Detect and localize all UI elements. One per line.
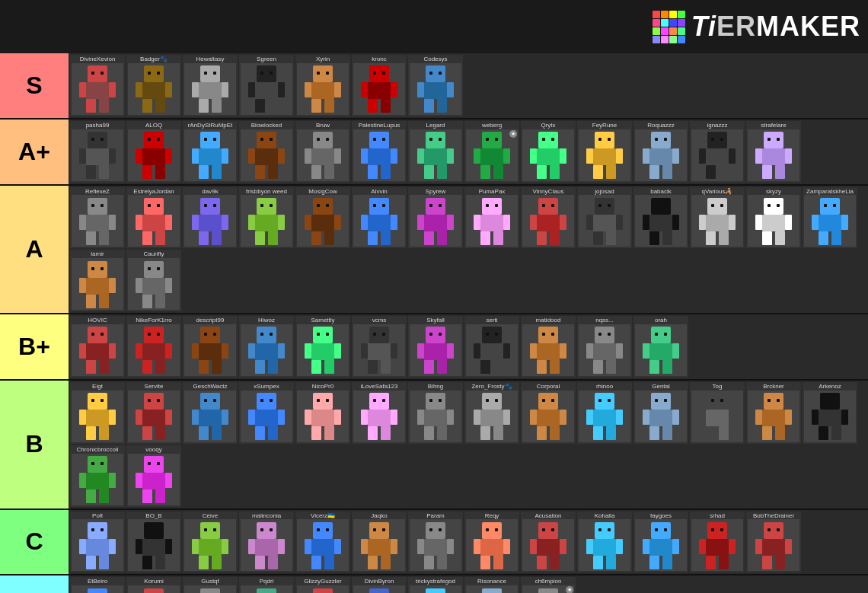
list-item[interactable]: NicoPr0: [295, 382, 350, 444]
list-item[interactable]: Korumi: [126, 577, 181, 593]
list-item[interactable]: FeyRune: [577, 121, 632, 183]
list-item[interactable]: BobTheDrainer: [746, 512, 801, 573]
list-item[interactable]: vcms: [352, 316, 407, 378]
list-item[interactable]: Codesys: [408, 55, 463, 116]
player-skin: [297, 63, 349, 115]
svg-rect-432: [482, 393, 502, 410]
list-item[interactable]: EstrelyaJordan: [126, 187, 181, 249]
svg-rect-318: [260, 333, 263, 336]
svg-rect-122: [530, 148, 537, 164]
list-item[interactable]: srhad: [690, 512, 745, 573]
player-skin: [184, 63, 236, 115]
list-item[interactable]: Qrytx: [521, 121, 576, 183]
list-item[interactable]: Alvvin: [352, 187, 407, 249]
list-item[interactable]: Tog: [690, 382, 745, 444]
list-item[interactable]: pasha99: [70, 121, 125, 183]
list-item[interactable]: xSumpex: [239, 382, 294, 444]
svg-rect-102: [373, 138, 376, 141]
list-item[interactable]: Reqy: [464, 512, 519, 573]
svg-rect-457: [649, 410, 672, 426]
list-item[interactable]: Skyfall: [408, 316, 463, 378]
list-item[interactable]: kronc: [352, 55, 407, 116]
list-item[interactable]: Xyrin: [295, 55, 350, 116]
list-item[interactable]: qVarious🦂: [690, 187, 745, 249]
list-item[interactable]: Arkenoz: [803, 382, 857, 444]
list-item[interactable]: malinconia: [239, 512, 294, 573]
list-item[interactable]: DivinByron: [352, 577, 407, 593]
list-item[interactable]: serti: [464, 316, 519, 378]
svg-rect-461: [662, 426, 672, 440]
list-item[interactable]: ch6mpion ★: [521, 577, 576, 593]
list-item[interactable]: babaclk: [633, 187, 688, 249]
svg-rect-52: [424, 99, 434, 113]
list-item[interactable]: Kohalla: [577, 512, 632, 573]
list-item[interactable]: Acusation: [521, 512, 576, 573]
list-item[interactable]: GlizzyGuzzler: [295, 577, 350, 593]
list-item[interactable]: rAnDyStRuMpEt: [183, 121, 238, 183]
list-item[interactable]: Zero_Frosty🐾: [464, 382, 519, 444]
svg-rect-532: [255, 556, 265, 569]
list-item[interactable]: Hewaltasy: [183, 55, 238, 116]
list-item[interactable]: VinnyCIaus: [521, 187, 576, 249]
list-item[interactable]: HOVIC: [70, 316, 125, 378]
list-item[interactable]: EtBeiro: [70, 577, 125, 593]
list-item[interactable]: Pqdri: [239, 577, 294, 593]
list-item[interactable]: ReflexeZ: [70, 187, 125, 249]
list-item[interactable]: Gustqf: [183, 577, 238, 593]
list-item[interactable]: Roquazzz: [633, 121, 688, 183]
list-item[interactable]: iLoveSafa123: [352, 382, 407, 444]
list-item[interactable]: lamir: [70, 250, 125, 311]
list-item[interactable]: Jaqko: [352, 512, 407, 573]
list-item[interactable]: strafelare: [746, 121, 801, 183]
list-item[interactable]: Blhng: [408, 382, 463, 444]
list-item[interactable]: ZamparatskheLia: [803, 187, 857, 249]
svg-rect-4: [86, 99, 96, 113]
list-item[interactable]: Vicerz🇺🇦: [295, 512, 350, 573]
list-item[interactable]: frisbbyon weed: [239, 187, 294, 249]
svg-rect-434: [474, 410, 480, 425]
list-item[interactable]: MosigCow: [295, 187, 350, 249]
list-item[interactable]: trickystrafegod: [408, 577, 463, 593]
list-item[interactable]: jojosad: [577, 187, 632, 249]
list-item[interactable]: Caurifly: [126, 250, 181, 311]
list-item[interactable]: Param: [408, 512, 463, 573]
list-item[interactable]: rhinoo: [577, 382, 632, 444]
list-item[interactable]: Bruw: [295, 121, 350, 183]
list-item[interactable]: ignazzz: [690, 121, 745, 183]
list-item[interactable]: descript99: [183, 316, 238, 378]
svg-rect-250: [699, 215, 706, 230]
list-item[interactable]: Brckner: [746, 382, 801, 444]
list-item[interactable]: GeschWactz: [183, 382, 238, 444]
list-item[interactable]: Badger🐾: [126, 55, 181, 116]
list-item[interactable]: nqss...: [577, 316, 632, 378]
list-item[interactable]: Eigt: [70, 382, 125, 444]
list-item[interactable]: Risonance: [464, 577, 519, 593]
list-item[interactable]: Sgreen: [239, 55, 294, 116]
list-item[interactable]: Hiwoz: [239, 316, 294, 378]
list-item[interactable]: Servite: [126, 382, 181, 444]
list-item[interactable]: BO_B: [126, 512, 181, 573]
list-item[interactable]: Ceive: [183, 512, 238, 573]
list-item[interactable]: Legard: [408, 121, 463, 183]
list-item[interactable]: Gental: [633, 382, 688, 444]
list-item[interactable]: orah: [633, 316, 688, 378]
list-item[interactable]: Spyrew: [408, 187, 463, 249]
list-item[interactable]: weberg ★: [464, 121, 519, 183]
list-item[interactable]: Samettly: [295, 316, 350, 378]
list-item[interactable]: DivineXevion: [70, 55, 125, 116]
list-item[interactable]: PalestineLupus: [352, 121, 407, 183]
list-item[interactable]: matidood: [521, 316, 576, 378]
svg-rect-153: [762, 148, 785, 165]
list-item[interactable]: Corporal: [521, 382, 576, 444]
list-item[interactable]: ALOQ: [126, 121, 181, 183]
list-item[interactable]: skyzy: [746, 187, 801, 249]
list-item[interactable]: NikeForK1rro: [126, 316, 181, 378]
list-item[interactable]: faygoes: [633, 512, 688, 573]
list-item[interactable]: dav9k: [183, 187, 238, 249]
svg-rect-32: [313, 65, 333, 82]
list-item[interactable]: Chronicbroccoli: [70, 445, 125, 507]
list-item[interactable]: Pofl: [70, 512, 125, 573]
list-item[interactable]: vooqy: [126, 445, 181, 507]
list-item[interactable]: PumaPax: [464, 187, 519, 249]
list-item[interactable]: Blowlocked: [239, 121, 294, 183]
